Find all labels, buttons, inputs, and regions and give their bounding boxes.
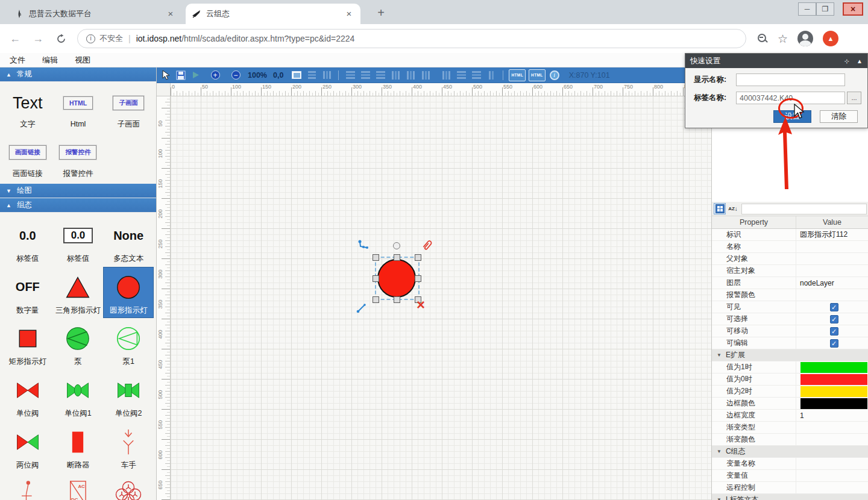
property-value[interactable] — [796, 398, 868, 409]
design-canvas[interactable]: × — [171, 96, 711, 500]
same-height-icon[interactable] — [470, 69, 482, 81]
url-field[interactable]: i 不安全 | iot.idosp.net/html/scada/editor.… — [77, 29, 746, 48]
zutai-item-3[interactable]: OFF数字量 — [2, 267, 53, 319]
security-label[interactable]: 不安全 — [99, 33, 123, 44]
property-value[interactable] — [796, 373, 868, 385]
resize-handle-sw[interactable] — [373, 296, 379, 303]
property-value[interactable] — [796, 458, 868, 469]
property-row-13[interactable]: 值为2时 — [712, 386, 868, 398]
group-collapse-icon[interactable]: ▼ — [717, 497, 722, 500]
zutai-item-5[interactable]: 圆形指示灯 — [103, 267, 154, 319]
align-bottom-icon[interactable] — [420, 69, 432, 81]
value-column-header[interactable]: Value — [796, 216, 868, 228]
property-row-9[interactable]: 可编辑✓ — [712, 337, 868, 349]
property-row-4[interactable]: 图层nodeLayer — [712, 277, 868, 289]
property-value[interactable] — [796, 482, 868, 493]
property-value[interactable] — [796, 422, 868, 433]
resize-handle-ne[interactable] — [415, 254, 421, 261]
palette-section-huitu[interactable]: ▼ 绘图 — [0, 184, 156, 198]
resize-handle-nw[interactable] — [373, 254, 379, 261]
bookmark-star-icon[interactable]: ☆ — [778, 32, 788, 46]
copy-icon[interactable] — [306, 69, 318, 81]
back-icon[interactable]: ← — [7, 31, 23, 46]
zoom-out-icon[interactable]: − — [230, 69, 242, 81]
property-row-21[interactable]: 远程控制 — [712, 482, 868, 494]
property-row-7[interactable]: 可选择✓ — [712, 313, 868, 325]
zutai-item-2[interactable]: None多态文本 — [103, 215, 154, 267]
run-icon[interactable] — [190, 69, 202, 81]
rotate-handle[interactable] — [393, 242, 400, 249]
zutai-item-16[interactable]: ACDC逆变器 — [53, 473, 104, 500]
connector-line-icon[interactable] — [356, 302, 367, 313]
property-row-1[interactable]: 名称 — [712, 241, 868, 253]
property-value[interactable]: 1 — [796, 410, 868, 421]
info-icon[interactable]: i — [549, 69, 561, 81]
property-row-3[interactable]: 宿主对象 — [712, 265, 868, 277]
changgui-item-0[interactable]: Text文字 — [2, 84, 53, 134]
property-value[interactable] — [796, 470, 868, 481]
align-middle-icon[interactable] — [404, 69, 417, 81]
property-row-16[interactable]: 渐变类型 — [712, 422, 868, 434]
tag-name-input[interactable] — [736, 92, 845, 104]
az-sort-icon[interactable]: AZ↓ — [727, 203, 739, 214]
zutai-item-11[interactable]: 单位阀2 — [103, 370, 154, 422]
pointer-tool-icon[interactable] — [160, 69, 172, 81]
property-row-12[interactable]: 值为0时 — [712, 373, 868, 386]
same-width-icon[interactable] — [455, 69, 467, 81]
property-value[interactable]: nodeLayer — [796, 277, 868, 289]
zutai-item-4[interactable]: 三角形指示灯 — [53, 267, 104, 319]
checkbox-icon[interactable]: ✓ — [830, 339, 838, 348]
resize-handle-n[interactable] — [394, 254, 400, 261]
color-swatch[interactable] — [800, 362, 867, 373]
property-row-20[interactable]: 变量值 — [712, 470, 868, 482]
property-value[interactable]: ✓ — [796, 325, 868, 337]
property-row-2[interactable]: 父对象 — [712, 253, 868, 265]
browser-brand-icon[interactable]: ▲ — [823, 31, 838, 46]
changgui-item-1[interactable]: HTMLHtml — [53, 84, 104, 134]
tab-editor-close-icon[interactable]: × — [344, 8, 354, 19]
save-icon[interactable] — [175, 69, 187, 81]
property-row-14[interactable]: 边框颜色 — [712, 398, 868, 410]
checkbox-icon[interactable]: ✓ — [830, 303, 838, 311]
property-value[interactable] — [796, 289, 868, 301]
tab-platform[interactable]: 思普云大数据平台 × — [8, 4, 182, 24]
tab-editor[interactable]: 云组态 × — [186, 4, 360, 24]
changgui-item-3[interactable]: 画面链接画面链接 — [2, 134, 53, 183]
html-export-icon[interactable]: HTML — [509, 69, 526, 81]
color-swatch[interactable] — [800, 398, 867, 409]
resize-handle-w[interactable] — [373, 275, 379, 282]
property-row-22[interactable]: ▼L标签文本 — [712, 494, 868, 500]
property-value[interactable] — [796, 361, 868, 373]
menu-item-0[interactable]: 文件 — [10, 55, 25, 66]
group-collapse-icon[interactable]: ▼ — [717, 352, 722, 358]
property-row-11[interactable]: 值为1时 — [712, 361, 868, 373]
property-value[interactable] — [796, 241, 868, 252]
palette-section-changgui[interactable]: ▲ 常规 — [0, 67, 156, 82]
property-value[interactable] — [796, 253, 868, 264]
reload-icon[interactable] — [53, 31, 69, 46]
changgui-item-2[interactable]: 子画面子画面 — [103, 84, 154, 134]
property-row-5[interactable]: 报警颜色 — [712, 289, 868, 301]
palette-section-zutai[interactable]: ▲ 组态 — [0, 198, 156, 213]
zutai-item-12[interactable]: 两位阀 — [2, 422, 53, 473]
new-tab-button[interactable]: + — [373, 5, 389, 22]
window-close-button[interactable]: × — [843, 2, 863, 16]
menu-item-1[interactable]: 编辑 — [42, 55, 58, 66]
property-filter-box[interactable] — [741, 204, 867, 214]
property-value[interactable] — [796, 386, 868, 397]
display-name-input[interactable] — [736, 73, 845, 86]
distribute-h-icon[interactable] — [440, 69, 452, 81]
changgui-item-4[interactable]: 报警控件报警控件 — [53, 134, 104, 183]
dock-icon[interactable]: ⊹ — [844, 58, 849, 64]
checkbox-icon[interactable]: ✓ — [830, 327, 838, 336]
equal-space-icon[interactable] — [485, 69, 497, 81]
color-swatch[interactable] — [800, 374, 867, 385]
property-value[interactable]: ✓ — [796, 301, 868, 313]
profile-avatar[interactable] — [797, 31, 813, 46]
resize-handle-s[interactable] — [394, 296, 400, 303]
zutai-item-14[interactable]: 车手 — [103, 422, 154, 473]
property-value[interactable]: ✓ — [796, 313, 868, 325]
html-preview-icon[interactable]: HTML — [529, 69, 546, 81]
group-collapse-icon[interactable]: ▼ — [717, 449, 722, 454]
tab-platform-close-icon[interactable]: × — [165, 8, 176, 19]
